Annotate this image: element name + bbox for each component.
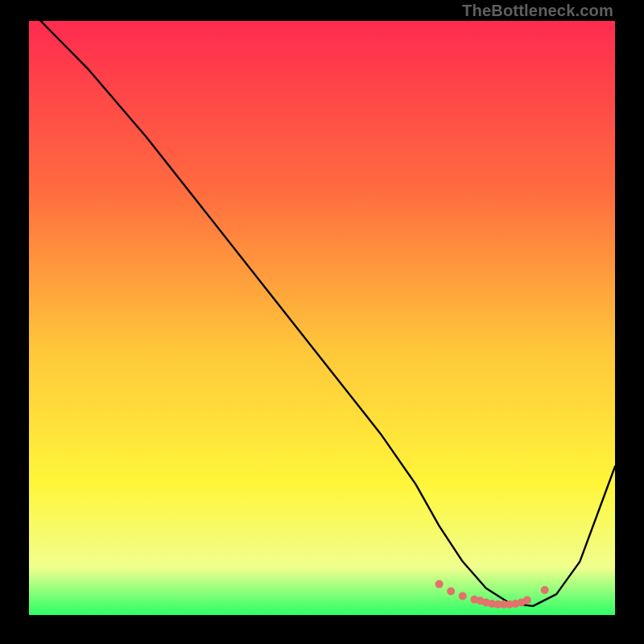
gradient-background bbox=[29, 21, 615, 615]
optimal-dot bbox=[541, 586, 549, 594]
optimal-dot bbox=[436, 580, 444, 588]
optimal-dot bbox=[447, 587, 455, 595]
chart-svg bbox=[29, 21, 615, 615]
optimal-dot bbox=[459, 592, 467, 600]
plot-area bbox=[29, 21, 615, 615]
watermark-text: TheBottleneck.com bbox=[462, 2, 613, 20]
chart-frame: TheBottleneck.com bbox=[0, 0, 644, 644]
optimal-dot bbox=[523, 597, 531, 605]
